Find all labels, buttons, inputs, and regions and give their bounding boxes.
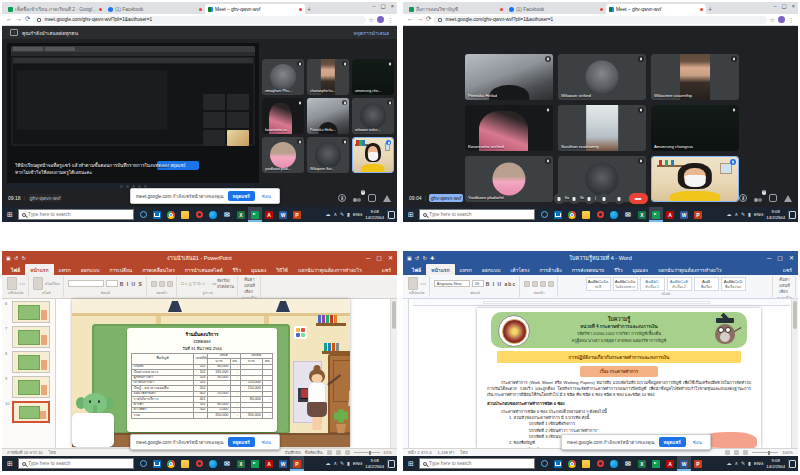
- paste-label[interactable]: วาง: [19, 281, 25, 287]
- ribbon-tab[interactable]: ออกแบบ: [477, 264, 506, 275]
- ribbon-tab[interactable]: การเปลี่ยน: [104, 264, 137, 275]
- tray-icon[interactable]: ✎: [741, 461, 745, 466]
- read-mode-icon[interactable]: [725, 450, 730, 455]
- share-button[interactable]: แชร์: [783, 266, 792, 274]
- search-input[interactable]: [429, 212, 531, 217]
- numbering-icon[interactable]: [532, 281, 538, 287]
- ribbon-tab[interactable]: การอ้างอิง: [534, 264, 566, 275]
- language-indicator[interactable]: ENG: [754, 461, 763, 466]
- forward-icon[interactable]: →: [417, 16, 424, 23]
- back-icon[interactable]: ←: [6, 16, 13, 23]
- participant-tile[interactable]: Peeraka Hirilad: [465, 54, 553, 100]
- tab-file[interactable]: ไฟล์: [6, 264, 25, 275]
- search-input[interactable]: [28, 212, 130, 217]
- taskbar-search[interactable]: [18, 458, 134, 469]
- participant-tile[interactable]: Peeraka Hirila...: [307, 98, 349, 134]
- participant-tile[interactable]: Sasithon nualsaeng: [558, 105, 646, 151]
- new-tab-button[interactable]: +: [706, 5, 714, 14]
- font-name-box[interactable]: Angsana New: [434, 280, 470, 287]
- tray-icon[interactable]: ☁: [726, 461, 731, 466]
- document-page[interactable]: ใบความรู้ หน่วยที่ 4 กระดาษทำการและงบการ…: [477, 308, 761, 448]
- taskbar-app-icon[interactable]: [150, 207, 164, 222]
- bookmark-star-icon[interactable]: ☆: [369, 16, 374, 23]
- meeting-details-icon[interactable]: [739, 194, 747, 202]
- participant-tile[interactable]: [352, 137, 394, 173]
- taskbar-app-icon[interactable]: A: [262, 207, 276, 222]
- tray-icon[interactable]: ▮: [347, 212, 350, 217]
- reload-icon[interactable]: ⟳: [25, 16, 30, 23]
- zoom-level[interactable]: 61%: [384, 450, 392, 455]
- taskbar-app-icon[interactable]: ✉: [621, 456, 635, 471]
- language-indicator[interactable]: ENG: [353, 461, 362, 466]
- browser-menu-icon[interactable]: ⋮: [788, 16, 794, 23]
- style-card[interactable]: AaBbCcD ชื่อเรื่องรอง: [721, 277, 746, 291]
- ribbon-tab[interactable]: การส่งจดหมาย: [567, 264, 610, 275]
- close-button[interactable]: ×: [391, 3, 394, 9]
- participants-icon[interactable]: 9: [353, 194, 361, 202]
- taskbar-app-icon[interactable]: P: [290, 456, 304, 471]
- taskbar-app-icon[interactable]: [607, 207, 621, 222]
- meeting-details-icon[interactable]: [338, 194, 346, 202]
- zoom-slider[interactable]: [354, 452, 380, 453]
- scrollbar-thumb[interactable]: [392, 301, 396, 329]
- ribbon-tab[interactable]: ภาพเคลื่อนไหว: [137, 264, 180, 275]
- taskbar-app-icon[interactable]: P: [290, 207, 304, 222]
- taskbar-clock[interactable]: 9:08 14/2/2564: [766, 209, 785, 219]
- tray-icon[interactable]: ∧: [333, 212, 337, 217]
- browser-tab[interactable]: Meet – ghv-qwvn-wvf: [606, 4, 706, 14]
- slide-thumbnail[interactable]: 7: [5, 326, 52, 348]
- taskbar-app-icon[interactable]: [537, 456, 551, 471]
- participant-tile[interactable]: Wilasinee usaenthip: [651, 54, 739, 100]
- taskbar-app-icon[interactable]: [551, 456, 565, 471]
- taskbar-app-icon[interactable]: [565, 207, 579, 222]
- taskbar-app-icon[interactable]: A: [663, 207, 677, 222]
- quick-access-toolbar[interactable]: ▣ ↺ ↻ ✚: [407, 255, 435, 261]
- shading-icon[interactable]: [548, 281, 554, 287]
- slide-thumbnail[interactable]: 10: [5, 401, 52, 423]
- taskbar-app-icon[interactable]: [565, 456, 579, 471]
- taskbar-app-icon[interactable]: [607, 456, 621, 471]
- tray-icon[interactable]: ▮: [748, 212, 751, 217]
- participants-icon[interactable]: 9: [754, 194, 762, 202]
- browser-tab[interactable]: (1) Facebook: [506, 4, 606, 14]
- tray-icon[interactable]: ✎: [340, 212, 344, 217]
- participant-tile[interactable]: amonrung cho...: [352, 59, 394, 95]
- hide-button[interactable]: ซ่อน: [690, 437, 705, 447]
- taskbar-app-icon[interactable]: [136, 456, 150, 471]
- stop-sharing-button[interactable]: หยุดแชร์: [228, 437, 255, 447]
- taskbar-clock[interactable]: 9:08 14/2/2564: [365, 458, 384, 468]
- forward-icon[interactable]: →: [16, 16, 23, 23]
- taskbar-app-icon[interactable]: [178, 207, 192, 222]
- taskbar-app-icon[interactable]: [551, 207, 565, 222]
- ribbon-tab[interactable]: แทรก: [455, 264, 477, 275]
- taskbar-app-icon[interactable]: [206, 456, 220, 471]
- ribbon-tab[interactable]: รี​วิว: [609, 264, 627, 275]
- start-button[interactable]: ⊞: [4, 207, 16, 222]
- ribbon-tab[interactable]: แทรก: [54, 264, 76, 275]
- share-button[interactable]: แชร์: [382, 266, 391, 274]
- scrollbar[interactable]: [791, 299, 798, 448]
- ribbon-tab[interactable]: ออกแบบ: [76, 264, 105, 275]
- language-indicator[interactable]: ENG: [353, 212, 362, 217]
- browser-menu-icon[interactable]: ⋮: [387, 16, 393, 23]
- scrollbar[interactable]: [390, 299, 397, 448]
- tray-icon[interactable]: ✎: [741, 212, 745, 217]
- back-icon[interactable]: ←: [407, 16, 414, 23]
- tell-me-box[interactable]: บอกฉันว่าคุณต้องการทำอะไร: [658, 266, 722, 274]
- present-button[interactable]: [599, 193, 610, 204]
- scrollbar-thumb[interactable]: [793, 301, 797, 329]
- tray-icon[interactable]: ∧: [734, 212, 738, 217]
- taskbar-app-icon[interactable]: X: [234, 207, 248, 222]
- minimize-button[interactable]: ─: [366, 255, 370, 261]
- language-status[interactable]: ไทย: [460, 449, 467, 456]
- tray-icon[interactable]: ☁: [325, 461, 330, 466]
- bold-italic-controls[interactable]: B I U abc: [486, 281, 516, 287]
- taskbar-clock[interactable]: 9:08 14/2/2564: [766, 458, 785, 468]
- participant-tile[interactable]: Wilawan siriked: [558, 54, 646, 100]
- stop-presenting-link[interactable]: หยุดการนำเสนอ: [354, 29, 389, 37]
- taskbar-app-icon[interactable]: [150, 456, 164, 471]
- paste-icon[interactable]: [408, 277, 418, 290]
- taskbar-app-icon[interactable]: [164, 456, 178, 471]
- horizontal-ruler[interactable]: [413, 299, 790, 306]
- stop-sharing-button[interactable]: หยุดแชร์: [659, 437, 686, 447]
